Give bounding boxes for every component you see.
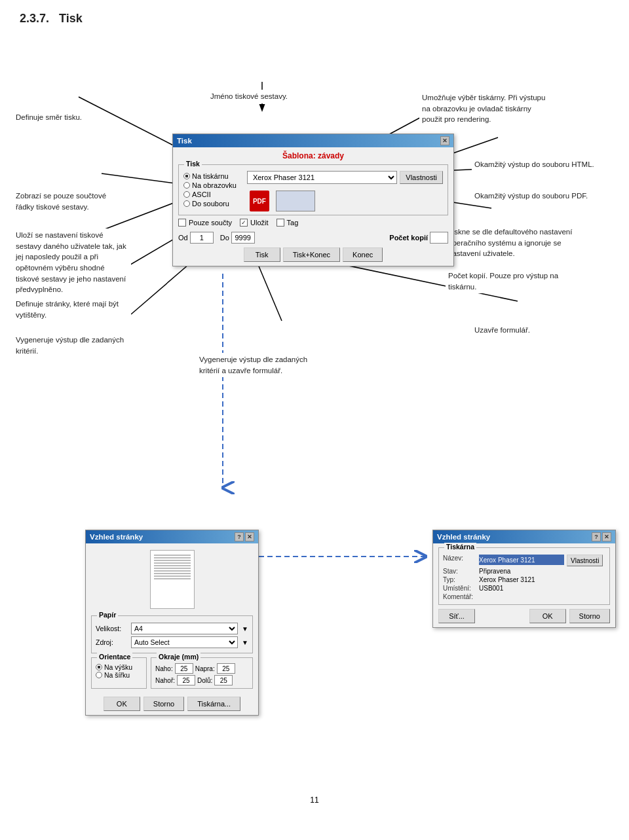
dolu-input[interactable] [214, 675, 233, 685]
sit-button[interactable]: Síť... [438, 609, 475, 623]
vzhled-dialog-2-title: Vzhled stránky [437, 533, 490, 541]
radio-circle-souboru [183, 200, 190, 207]
annotation-uzavre-formular: Uzavře formulář. [472, 323, 596, 337]
tisk-dialog-titlebar: Tisk ✕ [173, 134, 453, 147]
annotation-jmeno-tiskove: Jméno tiskové sestavy. [197, 90, 301, 103]
tisk-dialog-close[interactable]: ✕ [440, 136, 449, 145]
radio-do-souboru[interactable]: Do souboru [183, 200, 237, 208]
od-input[interactable] [190, 232, 214, 244]
nahore-input[interactable] [175, 663, 193, 674]
tiskarna-info-title: Tiskárna [444, 543, 476, 551]
annotation-zobrazuje-soucetove: Zobrazí se pouze součtové řádky tiskové … [13, 189, 115, 213]
vzhled-1-help-btn[interactable]: ? [235, 532, 244, 541]
tiskarna-info-section: Tiskárna Název: Vlastnosti Stav: Připrav… [438, 547, 610, 605]
tisk-buttons-row: Tisk Tisk+Konec Konec [178, 247, 448, 262]
annotation-definuje-stranky: Definuje stránky, které mají být vytiště… [13, 297, 131, 321]
vzhled-1-ok-button[interactable]: OK [104, 697, 140, 711]
vzhled-2-buttons: Síť... OK Storno [438, 609, 610, 623]
zdroj-select[interactable]: Auto Select [131, 636, 238, 648]
vzhled-1-buttons: OK Storno Tiskárna... [91, 697, 253, 711]
annotation-definuje-smer: Definuje směr tisku. [13, 111, 98, 124]
vzhled-1-storno-button[interactable]: Storno [143, 697, 184, 711]
papir-section: Papír Velikost: A4 ▼ Zdroj: Auto Select … [91, 615, 253, 653]
velikost-select[interactable]: A4 [131, 623, 238, 634]
radio-na-sirku[interactable]: Na šířku [96, 671, 142, 679]
papir-section-title: Papír [97, 611, 118, 619]
pocet-kopii-input[interactable] [430, 232, 448, 244]
annotation-pocet-kopii: Počet kopií. Pouze pro výstup na tiskárn… [446, 269, 590, 293]
annotation-umoznuje-vyber: Umožňuje výběr tiskárny. Při výstupu na … [419, 91, 550, 126]
annotation-tiskne-default: Tiskne se dle defaultového nastavení ope… [446, 225, 590, 261]
vlastnosti-button[interactable]: Vlastnosti [400, 171, 443, 184]
printer-select[interactable]: Xerox Phaser 3121 [247, 171, 397, 184]
vzhled-2-close-btn[interactable]: ✕ [602, 532, 611, 541]
radio-ascii[interactable]: ASCII [183, 191, 237, 198]
vzhled-2-storno-button[interactable]: Storno [569, 609, 610, 623]
checkbox-ulozit[interactable] [240, 219, 248, 227]
annotation-okamzity-pdf: Okamžitý výstup do souboru PDF. [472, 189, 603, 203]
radio-circle-ascii [183, 191, 190, 198]
radio-circle-obrazovka [183, 182, 190, 189]
vzhled-dialog-1-title: Vzhled stránky [90, 533, 143, 541]
tisk-button[interactable]: Tisk [244, 247, 280, 262]
checkbox-ulozit-row[interactable]: Uložit [240, 219, 269, 227]
annotation-okamzity-html: Okamžitý výstup do souboru HTML. [472, 158, 603, 172]
vzhled-1-tiskarna-button[interactable]: Tiskárna... [187, 697, 240, 711]
tisk-konec-button[interactable]: Tisk+Konec [283, 247, 340, 262]
radio-na-obrazovku[interactable]: Na obrazovku [183, 181, 237, 189]
vzhled-dialog-2-titlebar: Vzhled stránky ? ✕ [433, 530, 615, 543]
page-section-title: 2.3.7. Tisk [0, 0, 629, 32]
napravo-input[interactable] [217, 663, 235, 674]
okraje-section: Okraje (mm) Naho: Napra: Nahoř: Dolů: [151, 657, 253, 689]
vzhled-dialog-1: Vzhled stránky ? ✕ [85, 530, 259, 716]
checkbox-pouze-soucty[interactable] [178, 219, 186, 227]
nahoru-input[interactable] [177, 675, 195, 685]
tisk-dialog: Tisk ✕ Šablona: závady Tisk Na tiskárnu [172, 134, 454, 266]
printer-icon [276, 191, 315, 211]
nazev-input[interactable] [479, 555, 564, 565]
vzhled-1-close-btn[interactable]: ✕ [245, 532, 254, 541]
radio-circle-tiskarna [183, 173, 190, 179]
vzhled-dialog-2: Vzhled stránky ? ✕ Tiskárna Název: Vlast… [432, 530, 616, 628]
tisk-dialog-title: Tisk [177, 137, 192, 145]
vzhled-2-ok-button[interactable]: OK [529, 609, 566, 623]
tisk-template-label: Šablona: závady [178, 151, 448, 160]
annotation-vygeneruje-vystup2: Vygeneruje výstup dle zadaných kritérií … [197, 353, 324, 377]
checkbox-pouze-soucty-row[interactable]: Pouze součty [178, 219, 232, 227]
vzhled-dialog-1-titlebar: Vzhled stránky ? ✕ [86, 530, 258, 543]
radio-na-tiskárnu[interactable]: Na tiskárnu [183, 172, 237, 180]
page-preview-1 [150, 550, 195, 609]
do-input[interactable] [231, 232, 255, 244]
tisk-section-label: Tisk [184, 160, 202, 168]
annotation-ulozi-nastaveni: Uloží se nastavení tiskové sestavy danéh… [13, 228, 131, 297]
orientace-section: Orientace Na výšku Na šířku [91, 657, 147, 689]
vlastnosti-btn-2[interactable]: Vlastnosti [567, 555, 603, 566]
page-number: 11 [310, 795, 318, 805]
annotation-vygeneruje-vystup: Vygeneruje výstup dle zadaných kritérií. [13, 333, 138, 357]
orientace-title: Orientace [97, 653, 132, 661]
vzhled-2-help-btn[interactable]: ? [592, 532, 601, 541]
pdf-icon: PDF [250, 191, 269, 211]
checkbox-tag[interactable] [276, 219, 284, 227]
radio-na-vysku[interactable]: Na výšku [96, 663, 142, 671]
konec-button[interactable]: Konec [343, 247, 383, 262]
checkbox-tag-row[interactable]: Tag [276, 219, 299, 227]
okraje-title: Okraje (mm) [157, 653, 200, 661]
